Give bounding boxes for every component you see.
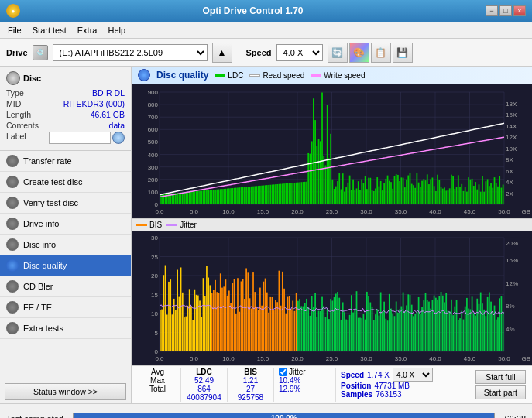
- eject-button[interactable]: ▲: [212, 43, 232, 63]
- jitter-legend: Jitter: [166, 221, 197, 229]
- total-bis: 925758: [231, 393, 270, 402]
- bottom-bar: Test completed 100.0% 66:28: [0, 403, 532, 418]
- progress-bar-container: 100.0%: [73, 413, 495, 419]
- verify-test-icon: [6, 197, 19, 209]
- disc-header: Disc: [6, 71, 125, 85]
- position-row: Position 47731 MB: [341, 382, 467, 390]
- jitter-checkbox[interactable]: [279, 368, 287, 376]
- extra-tests-icon: [6, 322, 19, 334]
- extra-tests-label: Extra tests: [23, 324, 63, 333]
- read-speed-label: Read speed: [263, 71, 304, 80]
- drive-info-icon: [6, 218, 19, 230]
- drive-info-label: Drive info: [23, 219, 59, 228]
- fe-te-label: FE / TE: [23, 303, 52, 312]
- menu-file[interactable]: File: [3, 24, 26, 36]
- avg-jitter: 10.4%: [279, 376, 331, 385]
- stats-row-headers: Avg Max Total: [135, 368, 181, 402]
- position-value: 47731 MB: [374, 382, 410, 390]
- disc-info-icon: [6, 238, 19, 251]
- sidebar-item-cd-bler[interactable]: CD Bler: [0, 276, 131, 297]
- save-button[interactable]: 💾: [393, 43, 413, 63]
- bis-legend: BIS: [136, 221, 162, 229]
- speed-label: Speed: [246, 48, 272, 57]
- disc-contents-row: Contents data: [6, 121, 125, 130]
- info-button[interactable]: 📋: [371, 43, 391, 63]
- sidebar-item-fe-te[interactable]: FE / TE: [0, 297, 131, 318]
- sidebar-item-drive-info[interactable]: Drive info: [0, 214, 131, 235]
- label-input[interactable]: [49, 132, 111, 144]
- type-label: Type: [6, 88, 24, 98]
- sidebar-item-verify-test[interactable]: Verify test disc: [0, 193, 131, 214]
- verify-test-label: Verify test disc: [23, 198, 78, 207]
- jitter-label: Jitter: [180, 221, 197, 229]
- cd-bler-icon: [6, 280, 19, 293]
- menu-start-test[interactable]: Start test: [28, 24, 71, 36]
- bis-stats-col: BIS 1.21 27 925758: [228, 368, 274, 402]
- ldc-legend: LDC: [215, 71, 243, 80]
- jitter-checkbox-row: Jitter: [279, 368, 331, 376]
- disc-length-row: Length 46.61 GB: [6, 110, 125, 119]
- maximize-button[interactable]: □: [499, 5, 512, 16]
- minimize-button[interactable]: −: [486, 5, 498, 16]
- main-content: Disc Type BD-R DL MID RITEKDR3 (000) Len…: [0, 67, 532, 403]
- jitter-stat-label: Jitter: [289, 368, 306, 376]
- max-jitter: 12.9%: [279, 385, 331, 393]
- ldc-label: LDC: [228, 71, 243, 80]
- nav-items: Transfer rate Create test disc Verify te…: [0, 151, 131, 339]
- contents-value: data: [109, 121, 125, 130]
- sidebar-item-extra-tests[interactable]: Extra tests: [0, 318, 131, 339]
- fe-te-icon: [6, 301, 19, 314]
- status-window-button[interactable]: Status window >>: [5, 383, 126, 400]
- ldc-color: [215, 74, 225, 77]
- refresh-button[interactable]: 🔄: [328, 43, 348, 63]
- disc-type-row: Type BD-R DL: [6, 88, 125, 98]
- ldc-chart: [132, 84, 532, 218]
- samples-row: Samples 763153: [341, 390, 467, 399]
- label-icon[interactable]: [112, 132, 125, 144]
- transfer-rate-icon: [6, 155, 19, 167]
- sidebar-item-disc-quality[interactable]: Disc quality: [0, 255, 131, 276]
- disc-quality-icon: [6, 259, 19, 272]
- disc-info-panel: Disc Type BD-R DL MID RITEKDR3 (000) Len…: [0, 67, 131, 151]
- color-button[interactable]: 🎨: [349, 43, 369, 63]
- elapsed-time: 66:28: [498, 414, 532, 419]
- sidebar-item-disc-info[interactable]: Disc info: [0, 235, 131, 255]
- action-icons: 🔄 🎨 📋 💾: [328, 43, 413, 63]
- action-buttons: Start full Start part: [472, 368, 529, 402]
- length-value: 46.61 GB: [91, 110, 125, 119]
- stats-table: Avg Max Total LDC 52.49 864 40087904 BIS…: [132, 365, 532, 403]
- avg-ldc: 52.49: [184, 376, 224, 385]
- drive-select[interactable]: (E:) ATAPI iHBS212 2.5L09: [53, 44, 208, 61]
- chart2-header: BIS Jitter: [132, 218, 532, 231]
- mid-label: MID: [6, 99, 21, 108]
- sidebar-item-create-test[interactable]: Create test disc: [0, 172, 131, 193]
- total-label: Total: [138, 385, 177, 393]
- sidebar: Disc Type BD-R DL MID RITEKDR3 (000) Len…: [0, 67, 132, 403]
- length-label: Length: [6, 110, 31, 119]
- total-ldc: 40087904: [184, 393, 224, 402]
- close-button[interactable]: ×: [513, 5, 526, 16]
- max-bis: 27: [231, 385, 270, 393]
- speed-select[interactable]: 4.0 X: [276, 44, 323, 61]
- avg-label: Avg: [138, 368, 177, 376]
- sidebar-item-transfer-rate[interactable]: Transfer rate: [0, 151, 131, 172]
- speed-stat-label: Speed: [341, 371, 364, 379]
- menu-help[interactable]: Help: [103, 24, 130, 36]
- create-test-label: Create test disc: [23, 177, 82, 187]
- window-controls: − □ ×: [486, 5, 526, 16]
- read-speed-legend: Read speed: [249, 71, 304, 80]
- menu-extra[interactable]: Extra: [73, 24, 102, 36]
- chart-header: Disc quality LDC Read speed Write speed: [132, 67, 532, 84]
- start-full-button[interactable]: Start full: [475, 370, 526, 384]
- position-label: Position: [341, 382, 371, 390]
- disc-label-row: Label: [6, 132, 125, 144]
- scan-speed-select[interactable]: 4.0 X: [393, 368, 433, 382]
- progress-text: 100.0%: [74, 413, 494, 419]
- speed-row: Speed 1.74 X 4.0 X: [341, 368, 467, 382]
- window-title: Opti Drive Control 1.70: [20, 5, 486, 16]
- start-part-button[interactable]: Start part: [475, 385, 526, 399]
- label-label: Label: [6, 132, 26, 144]
- bis-chart: [132, 231, 532, 365]
- write-speed-label: Write speed: [324, 71, 365, 80]
- bis-color: [136, 224, 147, 226]
